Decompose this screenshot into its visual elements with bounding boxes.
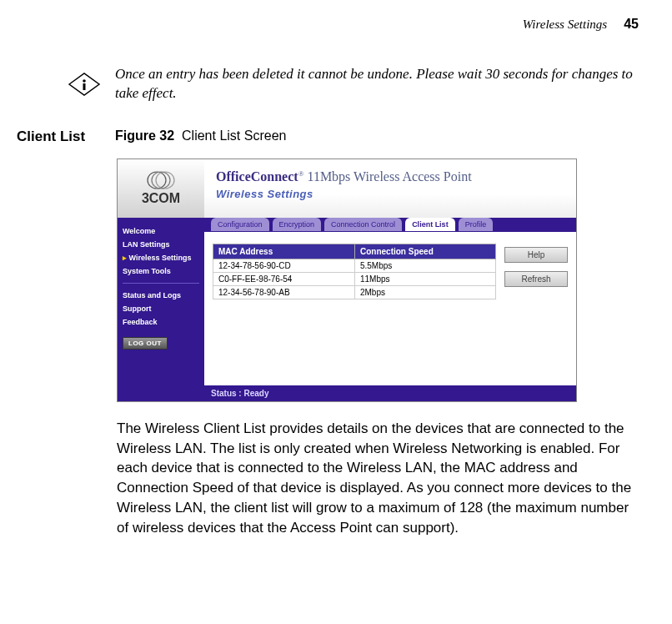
client-list-table: MAC AddressConnection Speed 12-34-78-56-…	[213, 244, 496, 299]
page-header: Wireless Settings 45	[17, 17, 639, 32]
table-header: MAC Address	[213, 244, 355, 259]
sidebar-item[interactable]: LAN Settings	[123, 238, 199, 251]
tab[interactable]: Profile	[459, 218, 494, 231]
logout-button[interactable]: LOG OUT	[123, 337, 168, 350]
info-note-text: Once an entry has been deleted it cannot…	[115, 65, 639, 103]
client-list-screenshot: 3COM OfficeConnect® 11Mbps Wireless Acce…	[117, 159, 577, 402]
header-page-number: 45	[624, 17, 639, 32]
svg-point-3	[148, 172, 166, 189]
tab[interactable]: Client List	[405, 218, 455, 231]
product-title: OfficeConnect® 11Mbps Wireless Access Po…	[216, 169, 564, 184]
table-row: 12-34-56-78-90-AB2Mbps	[213, 285, 496, 299]
brand-logo-text: 3COM	[142, 191, 180, 206]
table-cell: 5.5Mbps	[354, 259, 495, 272]
body-paragraph: The Wireless Client List provides detail…	[117, 419, 639, 538]
figure-number: Figure 32	[115, 128, 174, 143]
help-button[interactable]: Help	[504, 247, 568, 263]
sidebar: WelcomeLAN SettingsWireless SettingsSyst…	[118, 218, 204, 401]
tab[interactable]: Connection Control	[324, 218, 402, 231]
brand-logo: 3COM	[118, 159, 204, 218]
tab[interactable]: Encryption	[273, 218, 322, 231]
table-cell: 12-34-78-56-90-CD	[213, 259, 355, 272]
refresh-button[interactable]: Refresh	[504, 271, 568, 287]
info-icon	[67, 71, 102, 98]
header-section: Wireless Settings	[523, 18, 608, 32]
sidebar-item[interactable]: Welcome	[123, 224, 199, 238]
sidebar-item[interactable]: Feedback	[123, 315, 199, 329]
table-header: Connection Speed	[354, 244, 495, 259]
table-cell: 11Mbps	[354, 272, 495, 285]
section-heading: Client List	[17, 128, 100, 145]
sidebar-item[interactable]: Wireless Settings	[123, 251, 199, 264]
sidebar-item[interactable]: Status and Logs	[123, 289, 199, 302]
table-cell: 12-34-56-78-90-AB	[213, 285, 355, 299]
svg-point-4	[156, 172, 174, 189]
sidebar-item[interactable]: Support	[123, 302, 199, 315]
status-bar: Status : Ready	[204, 385, 576, 401]
table-cell: 2Mbps	[354, 285, 495, 299]
svg-point-1	[83, 79, 86, 83]
info-note: Once an entry has been deleted it cannot…	[67, 65, 639, 103]
product-subtitle: Wireless Settings	[216, 188, 564, 200]
svg-rect-2	[83, 83, 86, 90]
figure-label: Figure 32 Client List Screen	[115, 128, 286, 145]
svg-point-5	[152, 172, 170, 189]
figure-caption: Client List Screen	[182, 128, 286, 143]
table-cell: C0-FF-EE-98-76-54	[213, 272, 355, 285]
table-row: 12-34-78-56-90-CD5.5Mbps	[213, 259, 496, 272]
tab[interactable]: Configuration	[211, 218, 269, 231]
sidebar-item[interactable]: System Tools	[123, 264, 199, 278]
tab-bar: ConfigurationEncryptionConnection Contro…	[204, 218, 576, 232]
table-row: C0-FF-EE-98-76-5411Mbps	[213, 272, 496, 285]
